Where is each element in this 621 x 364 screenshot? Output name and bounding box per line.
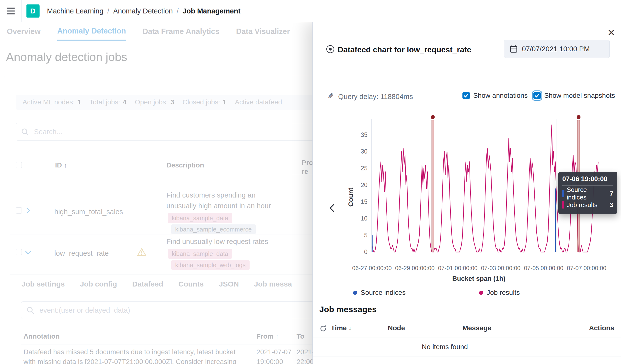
x-axis-label: Bucket span (1h) (442, 275, 516, 282)
refresh-icon[interactable] (320, 325, 327, 332)
job-messages-title: Job messages (319, 305, 377, 314)
empty-state-text: No items found (313, 343, 577, 351)
check-icon (534, 92, 540, 99)
source-indices-marker (562, 190, 564, 197)
y-tick-label: 25 (347, 165, 367, 172)
breadcrumb-machine-learning[interactable]: Machine Learning (47, 7, 104, 15)
show-model-snapshots-checkbox[interactable] (534, 92, 541, 99)
column-header-node: Node (388, 324, 405, 332)
y-tick-label: 15 (347, 198, 367, 205)
breadcrumb-job-management: Job Management (183, 7, 241, 15)
breadcrumb: Machine Learning / Anomaly Detection / J… (47, 7, 241, 15)
datepicker-value: 07/07/2021 10:00 PM (522, 45, 590, 53)
legend-job-results[interactable]: Job results (479, 289, 520, 297)
show-annotations-label: Show annotations (473, 92, 528, 99)
show-model-snapshots-label: Show model snapshots (544, 92, 615, 99)
datepicker-button[interactable]: 07/07/2021 10:00 PM (504, 40, 610, 58)
tooltip-value: 3 (610, 201, 613, 209)
show-annotations-checkbox[interactable] (463, 92, 470, 99)
y-tick-label: 0 (347, 248, 367, 255)
column-header-actions: Actions (589, 324, 614, 332)
y-tick-label: 20 (347, 182, 367, 188)
chevron-left-icon (327, 203, 338, 214)
check-icon (463, 92, 469, 99)
y-tick-label: 30 (347, 148, 367, 155)
tooltip-label: Source indices (567, 186, 607, 201)
legend-dot (353, 291, 357, 295)
divider (313, 76, 621, 76)
close-icon[interactable]: × (608, 27, 615, 38)
y-tick-label: 5 (347, 232, 367, 239)
tooltip-label: Job results (567, 201, 607, 209)
calendar-icon (510, 45, 518, 53)
datafeed-chart-flyout: × Datafeed chart for low_request_rate 07… (312, 22, 621, 364)
previous-page-button[interactable] (327, 203, 338, 214)
show-annotations-control: Show annotations (463, 92, 528, 99)
flyout-title: Datafeed chart for low_request_rate (338, 45, 471, 54)
sort-desc-icon: ↓ (349, 325, 352, 331)
tooltip-row: Source indices 7 (562, 188, 613, 199)
space-avatar[interactable]: D (26, 4, 40, 18)
tooltip-time: 07-06 19:00:00 (562, 175, 613, 185)
x-tick-label: 06-27 00:00:00 (350, 265, 394, 272)
show-model-snapshots-control: Show model snapshots (534, 92, 615, 99)
x-tick-label: 06-29 00:00:00 (393, 265, 437, 272)
edit-icon[interactable]: ✎ (328, 92, 334, 101)
y-tick-label: 35 (347, 131, 367, 138)
x-tick-label: 07-03 00:00:00 (479, 265, 523, 272)
breadcrumb-anomaly-detection[interactable]: Anomaly Detection (113, 7, 173, 15)
app-header: D Machine Learning / Anomaly Detection /… (0, 0, 621, 22)
datafeed-chart-icon (326, 44, 335, 54)
legend-dot (479, 291, 483, 295)
y-tick-label: 10 (347, 215, 367, 222)
breadcrumb-separator: / (107, 7, 109, 15)
legend-source-indices[interactable]: Source indices (353, 289, 406, 297)
column-header-time[interactable]: Time↓ (331, 324, 352, 332)
chart-tooltip: 07-06 19:00:00 Source indices 7 Job resu… (558, 172, 617, 214)
x-tick-label: 07-01 00:00:00 (436, 265, 480, 272)
tooltip-value: 7 (610, 190, 613, 198)
x-tick-label: 07-05 00:00:00 (522, 265, 566, 272)
breadcrumb-separator: / (177, 7, 179, 15)
menu-icon[interactable] (0, 0, 21, 22)
query-delay-text: Query delay: 118804ms (338, 93, 413, 101)
x-tick-label: 07-07 00:00:00 (565, 265, 608, 272)
job-results-marker (562, 201, 564, 209)
tooltip-row: Job results 3 (562, 199, 613, 211)
column-header-message: Message (463, 324, 491, 332)
